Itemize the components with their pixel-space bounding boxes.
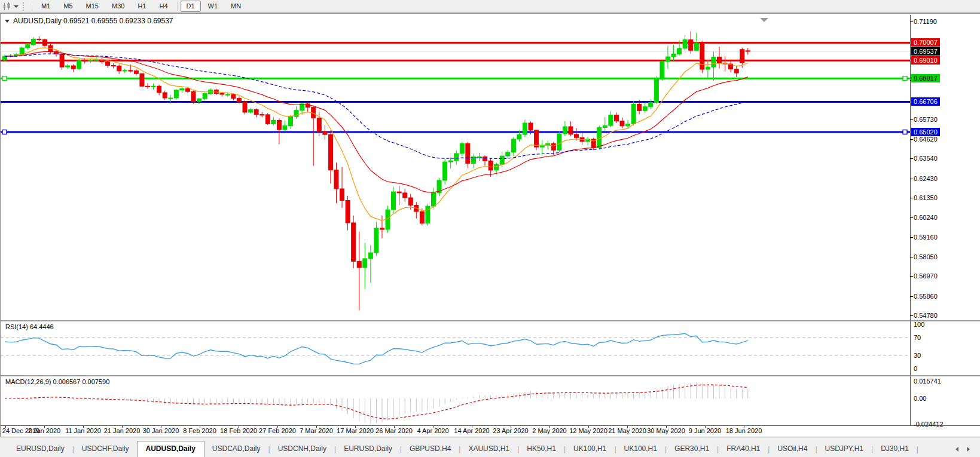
candle-body xyxy=(42,39,47,45)
chart-tab-gbpusd-h4[interactable]: GBPUSD,H4 xyxy=(402,442,459,456)
candle-body xyxy=(426,206,430,223)
candle-body xyxy=(111,65,115,66)
chart-tab-usdcad-daily[interactable]: USDCAD,Daily xyxy=(204,442,268,456)
candle-body xyxy=(71,66,75,69)
date-axis-border xyxy=(1,425,980,426)
price-axis-tick: 0.60240 xyxy=(914,214,938,221)
candle-body xyxy=(563,127,567,134)
chart-shift-marker-icon[interactable] xyxy=(760,18,768,22)
candle-body xyxy=(734,69,738,73)
chart-tab-usdchf-daily[interactable]: USDCHF,Daily xyxy=(74,442,137,456)
candle-body xyxy=(123,70,127,71)
ma-line-24[interactable] xyxy=(5,52,748,192)
date-axis-label: 30 May 2020 xyxy=(647,427,685,434)
candle-body xyxy=(66,66,70,67)
timeframe-button-m15[interactable]: M15 xyxy=(80,1,105,12)
chart-tab-audusd-daily[interactable]: AUDUSD,Daily xyxy=(137,441,204,457)
candle-body xyxy=(146,86,150,87)
candle-body xyxy=(225,94,230,95)
chart-tab-eurusd-daily[interactable]: EURUSD,Daily xyxy=(336,442,400,456)
rsi-axis-tick: 100 xyxy=(914,321,924,328)
candle-body xyxy=(403,193,407,198)
price-axis-tick: 0.63540 xyxy=(914,155,938,162)
line-handle[interactable] xyxy=(903,76,907,81)
candle-body xyxy=(489,161,493,170)
candle-body xyxy=(77,60,81,69)
main-price-chart-canvas[interactable] xyxy=(1,15,910,321)
macd-axis-tick: -0.024412 xyxy=(914,421,944,428)
timeframe-button-m5[interactable]: M5 xyxy=(57,1,78,12)
price-axis-tick: 0.59160 xyxy=(914,234,938,241)
timeframe-button-h4[interactable]: H4 xyxy=(153,1,173,12)
chart-tab-uk100-h1[interactable]: UK100,H1 xyxy=(616,442,665,456)
candle-body xyxy=(677,48,682,54)
chart-tab-uk100-h1[interactable]: UK100,H1 xyxy=(566,442,614,456)
timeframe-button-w1[interactable]: W1 xyxy=(202,1,224,12)
candle-body xyxy=(380,228,384,229)
line-handle[interactable] xyxy=(2,76,7,81)
toolbar-grip[interactable] xyxy=(23,2,26,11)
chart-tab-fra40-h1[interactable]: FRA40,H1 xyxy=(719,442,768,456)
chart-tab-eurusd-daily[interactable]: EURUSD,Daily xyxy=(8,442,72,456)
line-handle[interactable] xyxy=(903,130,907,134)
date-axis-label: 21 Jan 2020 xyxy=(104,427,141,434)
candle-body xyxy=(506,152,510,156)
price-tick-mark xyxy=(910,217,913,218)
candle-body xyxy=(289,116,293,125)
chart-tab-xauusd-h1[interactable]: XAUUSD,H1 xyxy=(460,442,517,456)
price-line-badge: 0.69010 xyxy=(911,56,940,65)
chart-type-dropdown-caret-icon[interactable] xyxy=(14,5,19,8)
chart-tab-hk50-h1[interactable]: HK50,H1 xyxy=(519,442,564,456)
chart-tab-dj30-h1[interactable]: DJ30,H1 xyxy=(873,442,917,456)
tab-scroll-right-icon[interactable] xyxy=(967,447,970,452)
date-axis-label: 21 May 2020 xyxy=(608,427,646,434)
tab-scroll-left-icon[interactable] xyxy=(955,447,958,452)
date-axis-label: 9 Jun 2020 xyxy=(689,427,721,434)
candle-body xyxy=(517,134,521,139)
timeframe-button-mn[interactable]: MN xyxy=(225,1,247,12)
candle-body xyxy=(31,39,35,44)
rsi-label: RSI(14) 64.4446 xyxy=(5,323,54,330)
chart-tab-usdcnh-daily[interactable]: USDCNH,Daily xyxy=(270,442,334,456)
timeframe-button-h1[interactable]: H1 xyxy=(132,1,152,12)
rsi-indicator-canvas[interactable] xyxy=(1,321,910,375)
candle-body xyxy=(20,48,24,54)
date-axis-label: 18 Feb 2020 xyxy=(220,427,257,434)
timeframe-button-m30[interactable]: M30 xyxy=(106,1,130,12)
macd-indicator-canvas[interactable] xyxy=(1,376,910,425)
candle-body xyxy=(260,115,264,115)
price-tick-mark xyxy=(910,315,913,316)
candle-body xyxy=(237,99,241,102)
candle-body xyxy=(420,211,424,223)
price-axis-tick: 0.71190 xyxy=(914,18,937,25)
chart-tab-usoil-h4[interactable]: USOil,H4 xyxy=(770,442,815,456)
candle-body xyxy=(277,120,281,130)
candle-body xyxy=(500,156,504,164)
candle-body xyxy=(671,54,676,57)
price-tick-mark xyxy=(910,237,913,238)
candle-body xyxy=(283,125,287,130)
rsi-axis-tick: 30 xyxy=(914,352,921,359)
mt4-workspace: M1M5M15M30H1H4D1W1MN AUDUSD,Daily 0.6952… xyxy=(0,0,980,457)
date-axis-label: 12 May 2020 xyxy=(569,427,607,434)
rsi-line xyxy=(5,333,748,364)
timeframe-buttons: M1M5M15M30H1H4D1W1MN xyxy=(29,1,248,12)
candle-body xyxy=(140,73,144,86)
candle-body xyxy=(323,131,327,134)
candle-body xyxy=(363,259,367,268)
timeframe-button-d1[interactable]: D1 xyxy=(181,1,201,12)
candle-body xyxy=(306,104,310,108)
candle-body xyxy=(718,57,722,63)
candle-body xyxy=(448,161,453,162)
candlestick-chart-icon[interactable] xyxy=(2,2,12,11)
rsi-axis-tick: 70 xyxy=(914,334,921,341)
candle-body xyxy=(740,50,744,63)
timeframe-button-m1[interactable]: M1 xyxy=(35,1,56,12)
chart-tab-ger30-h1[interactable]: GER30,H1 xyxy=(667,442,717,456)
candle-body xyxy=(706,67,710,69)
candle-body xyxy=(649,103,653,107)
chart-tab-usdjpy-h1[interactable]: USDJPY,H1 xyxy=(817,442,871,456)
ma-line-52[interactable] xyxy=(5,54,748,158)
price-axis-border xyxy=(910,15,911,425)
line-handle[interactable] xyxy=(2,130,7,134)
